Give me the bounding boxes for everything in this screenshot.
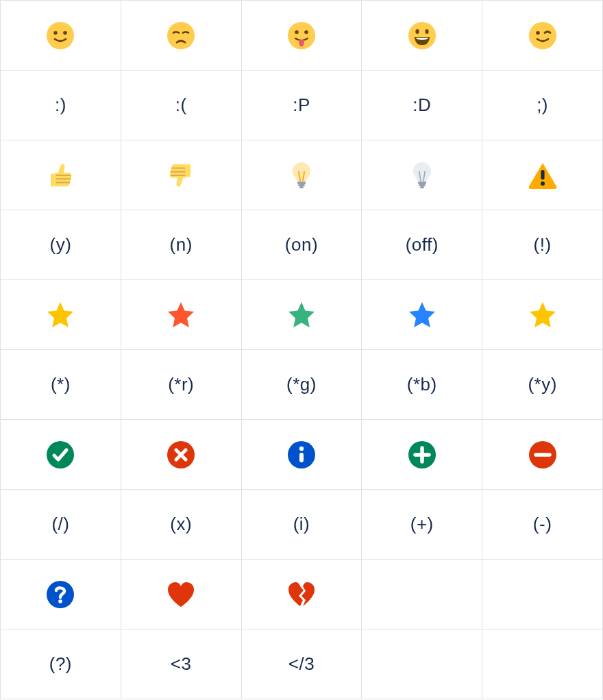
table-row — [1, 140, 603, 210]
table-row: (*)(*r)(*g)(*b)(*y) — [1, 350, 603, 420]
svg-point-6 — [304, 30, 308, 34]
table-row: (y)(n)(on)(off)(!) — [1, 210, 603, 280]
emoticon-code: (?) — [1, 629, 121, 699]
tongue-icon — [241, 1, 362, 71]
code-text: (*g) — [286, 374, 317, 395]
code-text: (/) — [51, 514, 69, 534]
star-icon — [1, 280, 121, 350]
emoticon-code: (*y) — [482, 350, 603, 420]
biggrin-icon — [362, 1, 482, 71]
table-row — [1, 1, 603, 71]
emoticon-code: (i) — [241, 490, 362, 560]
light-off-icon — [362, 140, 482, 210]
emoticon-code: </3 — [241, 629, 362, 699]
emoticon-code: (on) — [241, 210, 362, 280]
code-text: :( — [175, 95, 187, 115]
emoticon-code: ;) — [482, 71, 603, 140]
svg-rect-24 — [299, 453, 304, 462]
tick-icon — [1, 420, 121, 490]
emoticon-reference-table: :):(:P:D;) (y)(n)(on)(off)(!) (*)(*r)(*g… — [0, 0, 603, 699]
svg-rect-12 — [297, 182, 306, 184]
broken-heart-icon — [241, 560, 362, 629]
smile-icon — [1, 1, 121, 71]
heart-icon — [121, 560, 241, 629]
code-text: (n) — [170, 234, 193, 255]
code-text: (!) — [534, 234, 552, 255]
emoticon-code: (off) — [362, 210, 482, 280]
svg-rect-18 — [541, 170, 544, 179]
svg-rect-15 — [418, 182, 426, 184]
empty-cell — [362, 560, 482, 629]
svg-point-2 — [64, 31, 68, 35]
emoticon-code: (y) — [1, 210, 121, 280]
svg-rect-14 — [299, 186, 304, 188]
emoticon-code: <3 — [121, 629, 241, 699]
code-text: </3 — [288, 653, 315, 674]
code-text: (i) — [293, 514, 310, 534]
info-icon — [241, 420, 362, 490]
emoticon-code: (*) — [1, 350, 121, 420]
emoticon-code: (*g) — [241, 350, 362, 420]
svg-rect-16 — [419, 184, 426, 186]
svg-point-5 — [295, 30, 299, 34]
code-text: (on) — [285, 234, 318, 255]
table-row: (/)(x)(i)(+)(-) — [1, 490, 603, 560]
emoticon-code: (*r) — [121, 350, 241, 420]
code-text: :) — [55, 95, 66, 115]
svg-point-0 — [47, 22, 74, 49]
code-text: (x) — [170, 514, 192, 534]
minus-icon — [482, 420, 603, 490]
thumbs-down-icon — [121, 140, 241, 210]
emoticon-code: :( — [121, 71, 241, 140]
star-icon — [241, 280, 362, 350]
code-text: ;) — [537, 95, 548, 115]
code-text: (off) — [406, 234, 439, 255]
empty-cell — [362, 629, 482, 699]
svg-rect-13 — [298, 184, 305, 186]
emoticon-code: (-) — [482, 490, 603, 560]
emoticon-code: :D — [362, 71, 482, 140]
star-icon — [482, 280, 603, 350]
svg-point-23 — [299, 446, 304, 450]
table-row — [1, 420, 603, 490]
cross-icon — [121, 420, 241, 490]
svg-point-19 — [541, 182, 545, 186]
wink-icon — [482, 1, 603, 71]
star-icon — [362, 280, 482, 350]
code-text: :P — [293, 95, 310, 115]
code-text: (*b) — [407, 374, 437, 395]
code-text: :D — [413, 95, 431, 115]
svg-point-11 — [536, 31, 540, 35]
plus-icon — [362, 420, 482, 490]
empty-cell — [482, 629, 603, 699]
warning-icon — [482, 140, 603, 210]
empty-cell — [482, 560, 603, 629]
table-row — [1, 560, 603, 629]
star-icon — [121, 280, 241, 350]
svg-rect-17 — [420, 186, 424, 188]
emoticon-code: (+) — [362, 490, 482, 560]
code-text: <3 — [171, 653, 192, 674]
table-row: (?)<3</3 — [1, 629, 603, 699]
table-row: :):(:P:D;) — [1, 71, 603, 140]
svg-point-8 — [415, 29, 419, 34]
question-icon — [1, 560, 121, 629]
emoticon-code: (!) — [482, 210, 603, 280]
sad-icon — [121, 1, 241, 71]
emoticon-code: (/) — [1, 490, 121, 560]
code-text: (+) — [410, 514, 434, 534]
emoticon-code: (x) — [121, 490, 241, 560]
thumbs-up-icon — [1, 140, 121, 210]
code-text: (*y) — [528, 374, 556, 395]
svg-point-1 — [54, 31, 58, 35]
code-text: (*r) — [168, 374, 194, 395]
emoticon-code: (n) — [121, 210, 241, 280]
table-row — [1, 280, 603, 350]
svg-point-3 — [167, 22, 195, 49]
emoticon-code: :) — [1, 71, 121, 140]
svg-point-28 — [59, 599, 63, 603]
code-text: (*) — [51, 374, 71, 395]
code-text: (?) — [49, 653, 72, 674]
light-on-icon — [241, 140, 362, 210]
code-text: (-) — [533, 514, 552, 534]
